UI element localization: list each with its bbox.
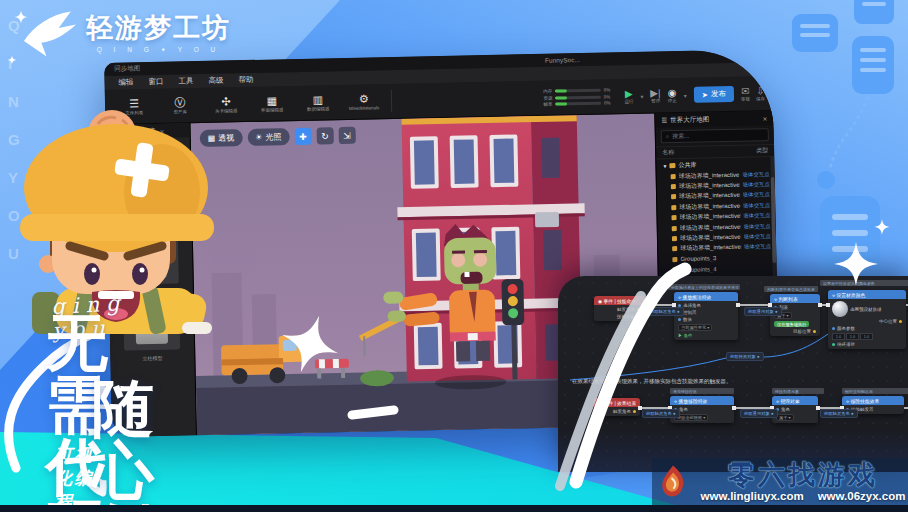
getter-pill-node[interactable]: 获取触发角色 ● xyxy=(646,307,684,316)
node-row: 技能对象 xyxy=(598,314,640,319)
brand-title: 轻游梦工坊 xyxy=(86,14,231,44)
sun-icon: ☀ xyxy=(255,133,262,142)
asset-label: 立柱模型 xyxy=(142,355,162,361)
folder-caret-icon[interactable]: ▾ xyxy=(663,162,666,169)
floating-doc-icons xyxy=(778,0,908,300)
material-node[interactable]: ⟡ 设置材质颜色 选用预设材质球 中心位置 颜色参数 1.01.01.0 循环播… xyxy=(828,290,906,349)
column-type[interactable]: 类型 xyxy=(756,146,768,155)
object-name: 球场边界墙_interactive xyxy=(679,170,740,180)
event-node[interactable]: ◉ 事件 | 效果结束 触发角色 xyxy=(594,398,640,416)
toolbar-button[interactable]: ▦ 界面编辑器 xyxy=(251,94,293,113)
aux-button[interactable]: ⇩ 保存 xyxy=(756,85,765,101)
node-header: ◉ 事件 | 效果结束 xyxy=(594,398,640,407)
getter-pill-node[interactable]: 获取触发角色 ● xyxy=(642,409,680,418)
node-comment-bar[interactable]: 判断列表中是否包含该效果 xyxy=(764,286,818,292)
vertical-letter: Q xyxy=(8,18,20,33)
node-row: 选择角色 xyxy=(678,303,734,308)
node-graph-panel[interactable]: 获取施法者身上的技能表现效果并播放 判断列表中是否包含该效果 设置命中特效材质与… xyxy=(558,276,908,472)
lighting-toggle[interactable]: ☀ 光照 xyxy=(247,128,290,146)
object-name: 球场边界墙_interactive4 xyxy=(679,202,740,212)
menu-item[interactable]: 工具 xyxy=(178,76,193,86)
flame-logo xyxy=(660,463,686,501)
stop-caret-icon[interactable]: ▾ xyxy=(684,91,687,98)
hierarchy-tab[interactable]: 世界大厅地图 xyxy=(670,115,709,125)
material-sphere-preview[interactable] xyxy=(832,301,848,317)
ac-unit xyxy=(535,212,559,228)
rotate-tool-button[interactable]: ↻ xyxy=(316,127,333,144)
play-button[interactable]: ▶ 运行 xyxy=(624,88,633,104)
getter-pill-node[interactable]: 获取触发角色 ● xyxy=(820,409,858,418)
hierarchy-tabbar: ☰ 世界大厅地图 ✕ xyxy=(655,111,773,127)
action-node[interactable]: ⟡ 播放施法特效 选择角色 控制器 数值 当前属性变化 ▾ ▶ 条件 xyxy=(674,292,738,340)
aux-buttons: ✉ 审核 ⇩ 保存 xyxy=(741,85,765,101)
stat-label: 帧率 xyxy=(538,102,552,107)
node-row: 触发角色 xyxy=(598,307,640,312)
close-icon[interactable]: ✕ xyxy=(762,115,767,122)
folder-icon xyxy=(669,163,675,168)
performance-stats: 内存 0% 资源 0% 帧率 0% xyxy=(538,87,610,107)
scale-tool-button[interactable]: ⇲ xyxy=(338,127,355,144)
node-comment-bar[interactable]: 播放移除特效 xyxy=(670,388,734,394)
node-comment-bar[interactable]: 获取施法者身上的技能表现效果并播放 xyxy=(668,284,740,290)
menu-item[interactable]: 高级 xyxy=(208,76,223,86)
connector-dashed-line xyxy=(830,98,868,168)
node-footer[interactable]: ▶ 条件 xyxy=(678,333,734,338)
step-label: 暂停 xyxy=(651,98,660,103)
brand-logo-text: 轻游梦工坊 Q I N G ✦ Y O U xyxy=(86,14,231,54)
getter-pill-node[interactable]: 获取特效对象 ● xyxy=(726,352,764,361)
menu-item[interactable]: 帮助 xyxy=(238,75,253,85)
action-node[interactable]: ⟡ 播放移除特效 角色 移除全部特效 ▾ xyxy=(670,396,734,423)
stat-bar xyxy=(555,95,601,99)
toolbar-button[interactable]: ▥ 数据编辑器 xyxy=(297,93,339,112)
getter-pill-node[interactable]: 获取通用对象 ● xyxy=(744,307,782,316)
action-node[interactable]: ⟡ 销毁对象 角色 属于 ▾ xyxy=(772,396,818,423)
toolbar-label: 数据编辑器 xyxy=(307,106,330,111)
node-header: ⟡ 播放施法特效 xyxy=(674,292,738,301)
stop-button[interactable]: ◉ 停止 xyxy=(667,87,676,103)
menu-item[interactable]: 编辑 xyxy=(118,77,133,87)
node-input[interactable]: 移除全部特效 ▾ xyxy=(674,414,730,421)
node-comment-bar[interactable]: 移除列表元素 xyxy=(772,388,824,394)
run-controls: ▶ 运行 ▾ ▶| 暂停 ◉ 停止 ▾ ➤ 发布 xyxy=(624,85,765,104)
scale-icon: ⇲ xyxy=(343,130,351,140)
node-row: 角色 xyxy=(674,407,730,412)
node-row: 数值 xyxy=(678,317,734,322)
column-name[interactable]: 名称 xyxy=(662,148,674,157)
stat-bar xyxy=(555,89,601,93)
toolbar-icon: ▥ xyxy=(313,93,324,105)
stat-label: 内存 xyxy=(538,89,552,94)
object-icon xyxy=(673,267,678,272)
rotate-icon: ↻ xyxy=(321,131,329,141)
node-input[interactable]: 属于 ▾ xyxy=(776,414,814,421)
color-inputs[interactable]: 1.01.01.0 xyxy=(832,333,902,340)
scrollbar-thumb[interactable] xyxy=(771,177,777,263)
step-icon: ▶| xyxy=(650,87,661,98)
bottom-dark-strip xyxy=(0,505,908,512)
step-button[interactable]: ▶| 暂停 xyxy=(650,87,661,103)
node-comment-bar[interactable]: 设置命中特效材质与颜色参数 xyxy=(820,280,908,286)
stat-value: 0% xyxy=(604,94,611,99)
watermark-body: 零六找游戏 www.lingliuyx.com www.06zyx.com xyxy=(690,462,908,502)
node-row: 目标位置 xyxy=(774,329,816,334)
move-tool-button[interactable]: ✚ xyxy=(294,128,311,145)
object-type: 墙体交互点 xyxy=(742,181,770,189)
node-row: 颜色参数 xyxy=(832,326,902,331)
toolbar-button[interactable]: ⚙ MixedMaterials xyxy=(343,92,385,111)
menu-item[interactable]: 窗口 xyxy=(148,77,163,87)
hierarchy-search-input[interactable]: ⌕ 搜索... xyxy=(661,128,769,143)
node-header: ⟡ 判断列表 xyxy=(770,294,820,303)
object-icon xyxy=(672,226,677,231)
object-icon xyxy=(672,257,677,262)
play-icon: ▶ xyxy=(625,88,633,99)
watermark-band: 零六找游戏 www.lingliuyx.com www.06zyx.com xyxy=(652,458,908,505)
play-caret-icon[interactable]: ▾ xyxy=(640,92,643,99)
node-header: ⟡ 销毁对象 xyxy=(772,396,818,405)
node-row: 中心位置 xyxy=(832,319,902,324)
node-comment-bar[interactable]: 销毁技能触发器 xyxy=(842,388,908,394)
node-input[interactable]: 当前属性变化 ▾ xyxy=(678,324,734,331)
event-node[interactable]: ◉ 事件 | 技能命中 触发角色 技能对象 xyxy=(594,296,644,321)
object-name: 球场边界墙_interactive7 xyxy=(680,233,741,243)
aux-button[interactable]: ✉ 审核 xyxy=(741,86,750,102)
publish-button[interactable]: ➤ 发布 xyxy=(693,86,734,103)
getter-pill-node[interactable]: 获取通用对象 ● xyxy=(740,409,778,418)
